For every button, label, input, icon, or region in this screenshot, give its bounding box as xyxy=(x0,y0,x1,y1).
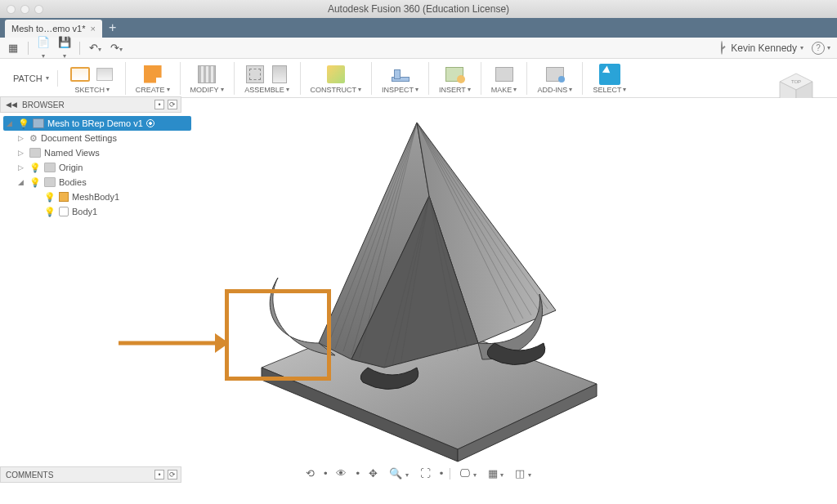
tree-origin[interactable]: ▷ 💡 Origin xyxy=(3,160,191,175)
select-group[interactable]: SELECT▾ xyxy=(588,63,631,94)
fit-icon[interactable]: ⛶ xyxy=(418,466,433,481)
new-tab-button[interactable]: + xyxy=(104,20,121,35)
insert-group[interactable]: INSERT▾ xyxy=(434,63,476,94)
look-at-icon[interactable]: 👁 xyxy=(333,466,349,481)
toolbar-ribbon: PATCH ▾ SKETCH▾ CREATE▾ MODIFY▾ ASSEMBLE… xyxy=(0,59,837,98)
assemble-group[interactable]: ASSEMBLE▾ xyxy=(239,63,295,94)
data-panel-icon[interactable]: ▦ xyxy=(7,42,20,54)
separator xyxy=(79,42,80,55)
tree-meshbody1[interactable]: 💡 MeshBody1 xyxy=(3,190,191,204)
tree-label: Origin xyxy=(59,163,83,172)
folder-icon xyxy=(44,177,56,187)
save-icon[interactable]: 💾▾ xyxy=(58,36,71,60)
svg-line-25 xyxy=(384,196,429,368)
construct-icon xyxy=(327,65,345,83)
svg-line-22 xyxy=(417,123,531,315)
expand-icon[interactable]: ▷ xyxy=(18,149,26,157)
collapse-icon[interactable]: ◢ xyxy=(18,178,26,186)
svg-marker-31 xyxy=(215,333,229,353)
navigation-bar: ⟲• 👁• ✥ 🔍 ▾ ⛶• 🖵 ▾ ▦ ▾ ◫ ▾ xyxy=(303,466,534,481)
tree-label: MeshBody1 xyxy=(72,192,119,202)
workspace-switcher[interactable]: PATCH ▾ xyxy=(5,70,58,87)
document-tab-label: Mesh to…emo v1* xyxy=(11,24,85,33)
assemble-icon xyxy=(246,65,264,83)
modify-label: MODIFY xyxy=(190,86,219,94)
modify-group[interactable]: MODIFY▾ xyxy=(186,63,229,94)
tree-body1[interactable]: 💡 Body1 xyxy=(3,204,191,219)
comments-title: COMMENTS xyxy=(6,471,53,479)
expand-icon[interactable]: ▷ xyxy=(18,163,26,172)
grid-settings-icon[interactable]: ▦ ▾ xyxy=(486,466,507,481)
annotation-highlight-box xyxy=(225,289,331,381)
folder-icon xyxy=(29,148,41,158)
visibility-icon[interactable]: 💡 xyxy=(44,207,56,217)
create-group[interactable]: CREATE▾ xyxy=(131,63,175,94)
close-window-icon[interactable] xyxy=(7,5,16,14)
visibility-icon[interactable]: 💡 xyxy=(44,192,56,203)
svg-line-24 xyxy=(417,123,515,323)
panel-pin-icon[interactable]: ⟳ xyxy=(168,100,177,109)
tree-named-views[interactable]: ▷ Named Views xyxy=(3,145,191,160)
visibility-icon[interactable]: 💡 xyxy=(18,118,29,129)
user-menu[interactable]: Kevin Kennedy ▾ xyxy=(731,42,803,54)
visibility-icon[interactable]: 💡 xyxy=(29,177,41,188)
inspect-icon xyxy=(392,77,410,82)
panel-settings-icon[interactable]: • xyxy=(154,470,164,479)
select-icon xyxy=(599,64,620,85)
zoom-icon[interactable]: 🔍 ▾ xyxy=(387,466,411,481)
panel-pin-icon[interactable]: ⟳ xyxy=(168,470,177,479)
inspect-group[interactable]: INSPECT▾ xyxy=(377,63,423,94)
expand-icon[interactable]: ▷ xyxy=(18,134,26,142)
browser-tree: ◢ 💡 Mesh to BRep Demo v1 ▷ ⚙ Document Se… xyxy=(3,116,191,219)
construct-group[interactable]: CONSTRUCT▾ xyxy=(306,63,367,94)
mac-titlebar: Autodesk Fusion 360 (Education License) xyxy=(0,0,837,18)
file-menu-icon[interactable]: 📄▾ xyxy=(37,36,50,60)
document-tab[interactable]: Mesh to…emo v1* × xyxy=(5,20,102,38)
close-tab-icon[interactable]: × xyxy=(90,24,95,33)
undo-icon[interactable]: ↶▾ xyxy=(88,42,101,54)
viewport-layout-icon[interactable]: ◫ ▾ xyxy=(512,466,534,481)
svg-line-19 xyxy=(360,123,417,358)
chevron-down-icon: ▾ xyxy=(46,74,49,82)
mesh-body-icon xyxy=(59,192,69,202)
expand-icon[interactable]: ◢ xyxy=(7,119,15,127)
panel-settings-icon[interactable]: • xyxy=(154,100,164,109)
help-menu[interactable]: ? ▾ xyxy=(812,42,830,55)
insert-label: INSERT xyxy=(439,86,466,94)
tree-label: Bodies xyxy=(59,177,87,187)
pan-icon[interactable]: ✥ xyxy=(366,466,380,481)
chevron-down-icon: ▾ xyxy=(800,44,803,51)
sketch-rect-icon xyxy=(96,68,113,81)
browser-panel-header[interactable]: ◀◀ BROWSER • ⟳ xyxy=(0,96,181,113)
tree-document-settings[interactable]: ▷ ⚙ Document Settings xyxy=(3,131,191,145)
separator xyxy=(28,42,29,55)
redo-icon[interactable]: ↷▾ xyxy=(110,42,123,54)
collapse-icon[interactable]: ◀◀ xyxy=(6,100,17,109)
tree-bodies[interactable]: ◢ 💡 Bodies xyxy=(3,175,191,190)
orbit-icon[interactable]: ⟲ xyxy=(303,466,317,481)
job-status-icon[interactable] xyxy=(721,42,723,54)
zoom-window-icon[interactable] xyxy=(34,5,43,14)
tree-root[interactable]: ◢ 💡 Mesh to BRep Demo v1 xyxy=(3,116,191,131)
modify-icon xyxy=(198,65,216,83)
insert-icon xyxy=(445,67,463,82)
display-settings-icon[interactable]: 🖵 ▾ xyxy=(457,466,479,481)
svg-marker-13 xyxy=(417,123,556,343)
addins-label: ADD-INS xyxy=(537,86,567,94)
tree-label: Named Views xyxy=(44,148,100,158)
make-group[interactable]: MAKE▾ xyxy=(486,63,522,94)
user-name: Kevin Kennedy xyxy=(731,42,797,54)
comments-panel-header[interactable]: COMMENTS • ⟳ xyxy=(0,466,181,483)
minimize-window-icon[interactable] xyxy=(20,5,29,14)
svg-line-20 xyxy=(417,123,548,309)
make-icon xyxy=(495,67,513,82)
assemble-icon-2 xyxy=(272,65,287,83)
svg-line-23 xyxy=(417,123,523,319)
addins-group[interactable]: ADD-INS▾ xyxy=(532,63,577,94)
sketch-group[interactable]: SKETCH▾ xyxy=(65,63,120,94)
visibility-icon[interactable]: 💡 xyxy=(29,163,41,173)
viewport[interactable]: ◀◀ BROWSER • ⟳ ◢ 💡 Mesh to BRep Demo v1 … xyxy=(0,98,837,483)
svg-line-17 xyxy=(343,123,417,351)
activate-radio-icon[interactable] xyxy=(146,119,154,127)
svg-line-16 xyxy=(335,123,417,349)
